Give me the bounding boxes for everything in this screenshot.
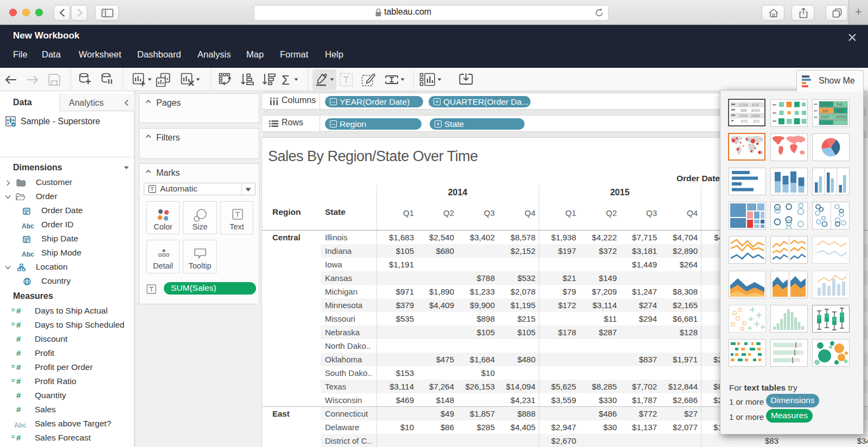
svg-text:2920: 2920 [739,113,748,118]
svg-text:678: 678 [752,103,759,107]
svg-text:546: 546 [837,103,843,106]
svg-text:368: 368 [822,109,828,113]
svg-text:348: 348 [837,109,843,113]
svg-text:68950: 68950 [836,115,847,119]
svg-text:971: 971 [741,119,748,124]
svg-text:Σ: Σ [282,73,290,87]
svg-text:322: 322 [753,119,760,124]
svg-text:3034: 3034 [751,108,760,113]
svg-text:1234: 1234 [821,103,830,106]
svg-text:368: 368 [740,108,747,113]
svg-text:1234: 1234 [739,103,748,107]
svg-text:2920: 2920 [821,115,829,119]
svg-text:2568: 2568 [751,113,760,118]
